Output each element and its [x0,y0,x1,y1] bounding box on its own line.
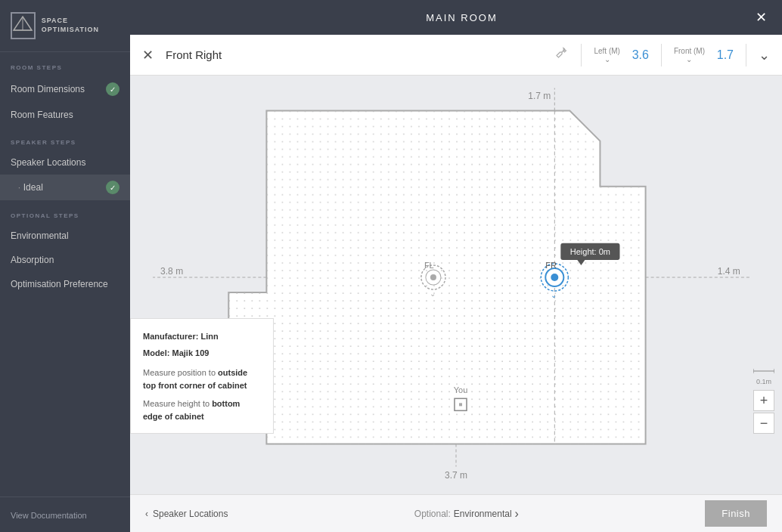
speaker-locations-label: Speaker Locations [11,157,85,168]
sidebar-item-absorption[interactable]: Absorption [0,248,130,272]
sidebar-footer: View Documentation [0,496,130,532]
cancel-icon: ✕ [142,47,154,63]
bottom-nav: ‹ Speaker Locations Optional: Environmen… [130,494,782,532]
model-label: Model: [143,348,169,357]
scale-value: 0.1m [753,378,774,385]
manufacturer-row: Manufacturer: Linn [143,329,261,344]
optional-label: Optional: [414,509,451,519]
logo-area: SPACE OPTIMISATION [0,0,130,52]
measure-position-label: Measure position to [143,368,216,377]
svg-text:1.7 m: 1.7 m [528,91,551,101]
sidebar-item-room-dimensions[interactable]: Room Dimensions ✓ [0,76,130,103]
sidebar-item-speaker-locations[interactable]: Speaker Locations [0,150,130,175]
room-features-label: Room Features [11,110,73,120]
sidebar-item-ideal[interactable]: · Ideal ✓ [0,175,130,200]
optional-steps-label: OPTIONAL STEPS [0,200,130,224]
info-card: Manufacturer: Linn Model: Majik 109 Meas… [130,318,274,434]
measure-height-label: Measure height to [143,399,209,408]
speaker-steps-label: SPEAKER STEPS [0,127,130,150]
coord-front: Front (m) ⌄ 1.7 [674,47,734,63]
absorption-label: Absorption [11,255,54,265]
manufacturer-label: Manufacturer: [143,332,198,341]
svg-text:3.7 m: 3.7 m [445,470,467,481]
left-label: Left (m) [594,47,619,55]
svg-text:FR: FR [545,261,557,270]
prev-chevron-icon: ‹ [145,509,148,519]
window-title: MAIN ROOM [426,12,498,23]
ideal-dot: · [18,184,20,192]
sidebar: SPACE OPTIMISATION ROOM STEPS Room Dimen… [0,0,130,532]
main-content: MAIN ROOM ✕ ✕ Front Right Left (m) ⌄ 3.6… [130,0,782,532]
coord-left: Left (m) ⌄ 3.6 [594,47,648,63]
svg-text:1.4 m: 1.4 m [718,266,740,277]
zoom-controls: 0.1m + − [753,366,774,434]
svg-point-23 [551,274,558,281]
next-label: Environmental [454,509,512,519]
front-label: Front (m) [674,47,705,55]
main-header: MAIN ROOM ✕ [130,0,782,35]
manufacturer-value: Linn [200,332,218,341]
toolbar-chevron-icon[interactable]: ⌄ [759,47,770,63]
next-chevron-icon[interactable]: › [515,507,519,521]
svg-text:⌄: ⌄ [551,291,557,299]
model-row: Model: Majik 109 [143,346,261,360]
svg-text:You: You [454,385,468,394]
finish-button[interactable]: Finish [705,500,767,527]
svg-text:Height: 0m: Height: 0m [570,247,610,256]
environmental-label: Environmental [11,230,69,241]
optimisation-preference-label: Optimisation Preference [11,279,108,289]
sidebar-item-room-features[interactable]: Room Features [0,103,130,127]
svg-rect-30 [459,403,462,406]
view-documentation-link[interactable]: View Documentation [11,511,87,520]
model-value: Majik 109 [172,348,209,357]
divider-front [661,44,662,66]
logo-text: SPACE OPTIMISATION [42,17,119,34]
wrench-icon[interactable] [554,45,569,64]
prev-nav-button[interactable]: ‹ Speaker Locations [145,509,228,519]
ideal-label: Ideal [23,182,106,193]
window-close-button[interactable]: ✕ [756,9,767,26]
prev-label: Speaker Locations [153,509,228,519]
svg-point-18 [430,274,436,280]
cancel-button[interactable]: ✕ [142,47,154,63]
sidebar-item-optimisation-preference[interactable]: Optimisation Preference [0,272,130,296]
divider-end [746,44,746,66]
zoom-in-button[interactable]: + [753,390,774,411]
front-value[interactable]: 1.7 [715,48,734,62]
room-dimensions-label: Room Dimensions [11,84,85,94]
svg-text:FL: FL [424,261,434,270]
ideal-check: ✓ [106,181,119,194]
zoom-out-button[interactable]: − [753,413,774,434]
measure-height-row: Measure height to bottom edge of cabinet [143,397,261,422]
room-steps-label: ROOM STEPS [0,52,130,76]
logo-icon [11,12,36,39]
divider-left [581,44,582,66]
svg-text:⌄: ⌄ [430,289,436,298]
measure-position-row: Measure position to outside top front co… [143,367,261,391]
room-dimensions-check: ✓ [106,82,119,96]
toolbar: ✕ Front Right Left (m) ⌄ 3.6 Front (m) ⌄… [130,35,782,76]
sidebar-item-environmental[interactable]: Environmental [0,224,130,248]
svg-text:3.8 m: 3.8 m [160,266,183,277]
canvas-area: 1.7 m 3.8 m 1.4 m 3.7 m ⌄ FL ⌄ [130,76,782,494]
scale-label: 0.1m [753,366,774,385]
next-nav-area: Optional: Environmental › [414,507,519,521]
speaker-name: Front Right [166,48,542,61]
left-value[interactable]: 3.6 [631,48,649,62]
